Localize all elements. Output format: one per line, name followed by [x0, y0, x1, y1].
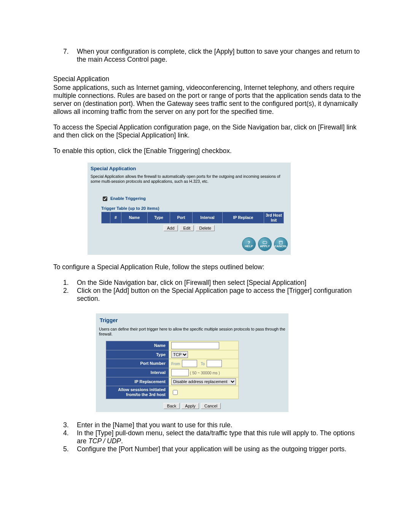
section-title: Special Application — [53, 75, 362, 83]
allow-line2: from/to the 3rd host — [126, 392, 166, 397]
port-to-label: To — [201, 362, 205, 366]
list-text: Click on the [Add] button on the Special… — [77, 287, 362, 303]
form-field-allow — [169, 386, 239, 399]
panel-title: Trigger — [100, 317, 285, 324]
table-button-row: Add Edit Delete — [91, 225, 288, 231]
paragraph: To enable this option, click the [Enable… — [53, 147, 362, 155]
type-select[interactable]: TCP — [171, 351, 188, 358]
list-item: 7. When your configuration is complete, … — [63, 48, 362, 64]
help-icon: ? — [247, 241, 251, 244]
enable-triggering-label: Enable Triggering — [110, 196, 146, 201]
list-number: 7. — [63, 48, 77, 64]
form-label-interval: Interval — [106, 368, 169, 377]
document-page: 7. When your configuration is complete, … — [0, 0, 411, 532]
table-header: Interval — [193, 212, 223, 224]
list-item: 1. On the Side Navigation bar, click on … — [63, 279, 362, 287]
form-label-name: Name — [106, 341, 169, 350]
form-label-type: Type — [106, 350, 169, 359]
form-label-iprep: IP Replacement — [106, 377, 169, 386]
list-text: In the [Type] pull-down menu, select the… — [77, 429, 362, 445]
form-label-port: Port Number — [106, 359, 169, 368]
port-from-label: From — [171, 362, 180, 366]
enable-triggering-checkbox[interactable] — [103, 197, 107, 201]
paragraph: To configure a Special Application Rule,… — [53, 263, 362, 271]
cancel-button[interactable]: CANCEL — [274, 237, 288, 251]
list-text: On the Side Navigation bar, click on [Fi… — [77, 279, 306, 287]
apply-icon — [262, 241, 268, 244]
interval-input[interactable] — [171, 369, 189, 376]
list-item: 5. Configure the [Port Number] that your… — [63, 445, 362, 453]
trigger-table-caption: Trigger Table (up to 20 items) — [101, 206, 288, 211]
svg-rect-2 — [279, 241, 282, 244]
form-field-iprep: Disable address replacement — [169, 377, 239, 386]
ip-replacement-select[interactable]: Disable address replacement — [171, 378, 236, 385]
help-button[interactable]: ? HELP — [242, 237, 256, 251]
list-item: 4. In the [Type] pull-down menu, select … — [63, 429, 362, 445]
trigger-form-table: Name Type TCP Port Number From To — [106, 341, 239, 399]
svg-rect-1 — [263, 241, 267, 244]
list-number: 5. — [63, 445, 77, 453]
paragraph: Some applications, such as Internet gami… — [53, 84, 362, 116]
list-text: Configure the [Port Number] that your ap… — [77, 445, 346, 453]
panel-title: Special Application — [91, 166, 288, 172]
name-input[interactable] — [171, 342, 219, 349]
form-field-name — [169, 341, 239, 350]
enable-triggering-row: Enable Triggering — [101, 195, 288, 202]
form-field-port: From To — [169, 359, 239, 368]
form-label-allow: Allow sessions initiated from/to the 3rd… — [106, 386, 169, 399]
ordered-list-bottom: 3. Enter in the [Name] that you want to … — [63, 421, 362, 453]
form-field-interval: ( 50 ~ 30000 ms ) — [169, 368, 239, 377]
interval-hint: ( 50 ~ 30000 ms ) — [190, 371, 220, 375]
cancel-button[interactable]: Cancel — [201, 403, 221, 409]
trigger-table: # Name Type Port Interval IP Replace 3rd… — [101, 212, 284, 224]
port-to-input[interactable] — [207, 360, 222, 367]
list-number: 3. — [63, 421, 77, 429]
cancel-icon — [278, 241, 284, 244]
svg-text:?: ? — [248, 241, 250, 244]
apply-button[interactable]: Apply — [182, 403, 199, 409]
list-number: 1. — [63, 279, 77, 287]
ordered-list-mid: 1. On the Side Navigation bar, click on … — [63, 279, 362, 303]
list-text-b: . — [121, 437, 123, 445]
delete-button[interactable]: Delete — [196, 225, 215, 231]
list-item: 3. Enter in the [Name] that you want to … — [63, 421, 362, 429]
list-number: 2. — [63, 287, 77, 303]
list-text: Enter in the [Name] that you want to use… — [77, 421, 233, 429]
panel-description: Users can define their port trigger here… — [99, 327, 285, 336]
cancel-label: CANCEL — [274, 245, 287, 248]
table-header: IP Replace — [223, 212, 264, 224]
list-text: When your configuration is complete, cli… — [77, 48, 362, 64]
table-header: Port — [170, 212, 193, 224]
add-button[interactable]: Add — [164, 225, 178, 231]
allow-line1: Allow sessions initiated — [118, 387, 166, 392]
trigger-panel: Trigger Users can define their port trig… — [96, 313, 288, 412]
panel-description: Special Application allows the firewall … — [91, 174, 288, 184]
help-label: HELP — [245, 245, 253, 248]
form-button-row: Back Apply Cancel — [99, 403, 285, 409]
table-header-check — [102, 212, 110, 224]
ordered-list-top: 7. When your configuration is complete, … — [63, 48, 362, 64]
list-number: 4. — [63, 429, 77, 445]
table-header: Type — [148, 212, 170, 224]
edit-button[interactable]: Edit — [180, 225, 194, 231]
apply-button[interactable]: APPLY — [258, 237, 272, 251]
table-header: # — [110, 212, 121, 224]
allow-3rd-host-checkbox[interactable] — [173, 390, 178, 395]
port-from-input[interactable] — [182, 360, 197, 367]
form-field-type: TCP — [169, 350, 239, 359]
table-header: 3rd Host Init — [264, 212, 284, 224]
special-application-panel: Special Application Special Application … — [88, 163, 291, 255]
back-button[interactable]: Back — [164, 403, 180, 409]
paragraph: To access the Special Application config… — [53, 123, 362, 139]
apply-label: APPLY — [260, 245, 270, 248]
list-text-italic: TCP / UDP — [88, 437, 121, 445]
table-header: Name — [121, 212, 148, 224]
round-button-row: ? HELP APPLY CANCEL — [91, 237, 288, 251]
list-item: 2. Click on the [Add] button on the Spec… — [63, 287, 362, 303]
